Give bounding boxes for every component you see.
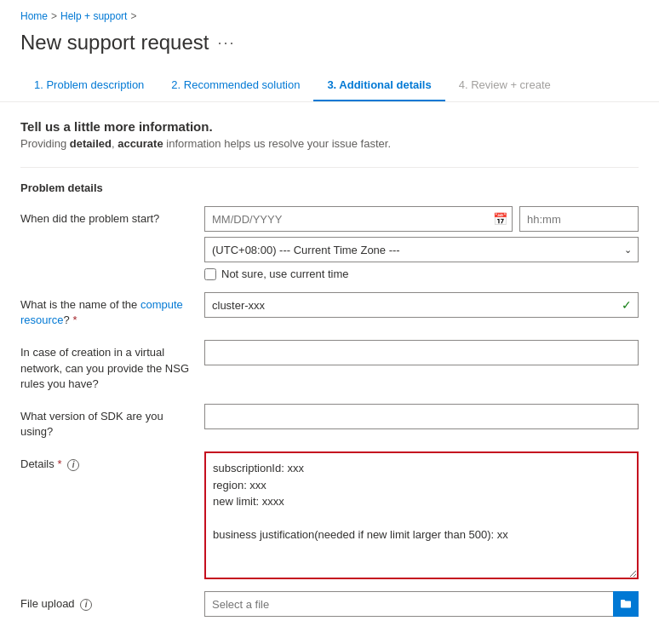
compute-link[interactable]: compute resource xyxy=(20,298,183,326)
not-sure-checkbox[interactable] xyxy=(204,268,216,280)
timezone-select[interactable]: (UTC+08:00) --- Current Time Zone ---(UT… xyxy=(204,237,639,262)
date-input[interactable] xyxy=(204,206,513,232)
nsg-input[interactable] xyxy=(204,340,639,365)
nsg-rules-row: In case of creation in a virtual network… xyxy=(20,340,639,392)
details-row: Details * i subscriptionId: xxx region: … xyxy=(20,451,639,579)
details-textarea[interactable]: subscriptionId: xxx region: xxx new limi… xyxy=(204,451,639,579)
nsg-rules-label: In case of creation in a virtual network… xyxy=(20,340,191,392)
compute-input[interactable] xyxy=(204,292,639,318)
sdk-input[interactable] xyxy=(204,404,639,429)
tab-problem-description[interactable]: 1. Problem description xyxy=(20,68,158,101)
breadcrumb-sep2: > xyxy=(130,10,136,22)
when-problem-label: When did the problem start? xyxy=(20,206,191,227)
sdk-version-controls xyxy=(204,404,639,429)
compute-resource-controls: ✓ xyxy=(204,292,639,318)
tab-additional-details[interactable]: 3. Additional details xyxy=(313,68,444,101)
wizard-steps: 1. Problem description 2. Recommended so… xyxy=(0,68,659,102)
details-info-icon[interactable]: i xyxy=(67,459,79,471)
details-label: Details * i xyxy=(20,451,191,472)
date-input-wrap: 📅 xyxy=(204,206,513,232)
sdk-version-row: What version of SDK are you using? xyxy=(20,404,639,440)
breadcrumb-help[interactable]: Help + support xyxy=(60,10,127,22)
file-upload-input[interactable] xyxy=(204,591,613,617)
compute-resource-row: What is the name of the compute resource… xyxy=(20,292,639,328)
file-upload-row: File upload i xyxy=(20,591,639,617)
nsg-rules-controls xyxy=(204,340,639,365)
folder-icon xyxy=(620,598,632,610)
breadcrumb-home[interactable]: Home xyxy=(20,10,48,22)
divider xyxy=(20,167,639,168)
breadcrumb-sep1: > xyxy=(51,10,57,22)
time-input[interactable] xyxy=(519,206,639,232)
tab-recommended-solution[interactable]: 2. Recommended solution xyxy=(158,68,313,101)
tab-review-create[interactable]: 4. Review + create xyxy=(445,68,564,101)
not-sure-row: Not sure, use current time xyxy=(204,267,639,280)
form-subtitle: Providing detailed, accurate information… xyxy=(20,137,639,150)
file-upload-label: File upload i xyxy=(20,591,191,612)
page-title: New support request xyxy=(20,31,209,55)
form-heading: Tell us a little more information. xyxy=(20,119,639,134)
details-required: * xyxy=(57,457,61,470)
breadcrumb: Home > Help + support > xyxy=(0,0,659,27)
check-icon: ✓ xyxy=(622,298,632,312)
file-upload-wrap xyxy=(204,591,639,617)
file-upload-button[interactable] xyxy=(613,591,639,617)
date-row: 📅 xyxy=(204,206,639,232)
details-controls: subscriptionId: xxx region: xxx new limi… xyxy=(204,451,639,579)
when-problem-row: When did the problem start? 📅 (UTC+08:00… xyxy=(20,206,639,280)
compute-required: * xyxy=(72,313,77,326)
file-upload-controls xyxy=(204,591,639,617)
file-upload-info-icon[interactable]: i xyxy=(80,599,92,611)
page-title-area: New support request ··· xyxy=(0,27,659,68)
calendar-icon: 📅 xyxy=(493,212,507,226)
sdk-version-label: What version of SDK are you using? xyxy=(20,404,191,440)
section-header: Problem details xyxy=(20,181,639,194)
compute-input-wrap: ✓ xyxy=(204,292,639,318)
not-sure-label: Not sure, use current time xyxy=(221,267,349,280)
page-title-dots[interactable]: ··· xyxy=(217,34,235,52)
main-content: Tell us a little more information. Provi… xyxy=(0,102,659,644)
when-problem-controls: 📅 (UTC+08:00) --- Current Time Zone ---(… xyxy=(204,206,639,280)
timezone-select-wrap: (UTC+08:00) --- Current Time Zone ---(UT… xyxy=(204,237,639,262)
compute-resource-label: What is the name of the compute resource… xyxy=(20,292,191,328)
